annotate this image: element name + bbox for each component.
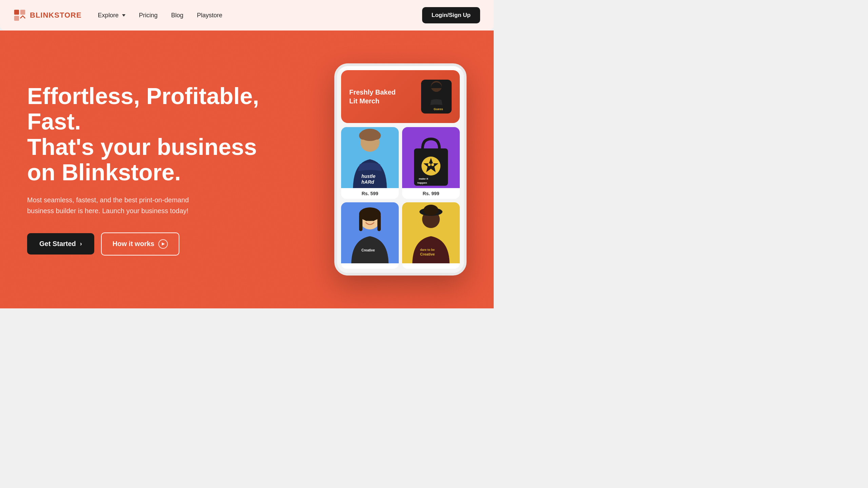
svg-point-16 — [428, 163, 431, 166]
svg-text:Creative: Creative — [420, 252, 435, 256]
man-hoodie-svg: hustle hARd — [343, 127, 397, 188]
banner-product-image: Guess — [421, 80, 452, 114]
logo[interactable]: BLINKSTORE — [14, 9, 82, 21]
logo-text: BLINKSTORE — [30, 11, 82, 20]
product-card-3: Creative — [341, 202, 399, 269]
play-icon: ▶ — [158, 239, 168, 249]
svg-text:make it: make it — [419, 177, 428, 180]
explore-chevron-icon — [122, 14, 125, 17]
svg-point-29 — [423, 205, 438, 216]
navbar-left: BLINKSTORE Explore Pricing Blog Playstor… — [14, 9, 222, 21]
product-price-4 — [402, 263, 460, 269]
nav-links: Explore Pricing Blog Playstore — [98, 12, 222, 19]
navbar: BLINKSTORE Explore Pricing Blog Playstor… — [0, 0, 494, 30]
product-card-1: hustle hARd Rs. 599 — [341, 127, 399, 199]
svg-text:dare to be: dare to be — [420, 248, 435, 251]
phone-inner: Freshly Baked Lit Merch Guess — [337, 70, 464, 273]
product-image-4: dare to be Creative — [402, 202, 460, 263]
get-started-button[interactable]: Get Started › — [27, 233, 94, 255]
phone-banner: Freshly Baked Lit Merch Guess — [341, 70, 460, 123]
svg-point-10 — [370, 129, 377, 136]
svg-point-17 — [431, 163, 434, 166]
svg-text:Guess: Guess — [434, 107, 443, 111]
svg-rect-23 — [377, 214, 381, 231]
product-image-1: hustle hARd — [341, 127, 399, 188]
svg-point-9 — [363, 129, 370, 136]
svg-text:happen: happen — [417, 181, 427, 184]
product-price-1: Rs. 599 — [341, 188, 399, 199]
banner-text: Freshly Baked Lit Merch — [349, 88, 396, 105]
svg-rect-1 — [20, 10, 25, 15]
banner-text-line1: Freshly Baked — [349, 88, 396, 97]
product-image-3: Creative — [341, 202, 399, 263]
svg-point-25 — [372, 218, 375, 221]
product-price-2: Rs. 999 — [402, 188, 460, 199]
hero-title: Effortless, Profitable, Fast. That's you… — [27, 83, 264, 185]
man-hat-svg: dare to be Creative — [404, 202, 458, 263]
nav-pricing[interactable]: Pricing — [139, 12, 158, 19]
svg-rect-2 — [14, 16, 19, 21]
hero-buttons: Get Started › How it works ▶ — [27, 232, 264, 256]
tote-bag-svg: make it happen — [404, 127, 458, 188]
woman-tshirt-svg: Creative — [343, 202, 397, 263]
hero-content: Effortless, Profitable, Fast. That's you… — [27, 83, 264, 255]
nav-playstore[interactable]: Playstore — [197, 12, 222, 19]
phone-product-grid: hustle hARd Rs. 599 — [337, 127, 464, 273]
product-card-2: make it happen Rs. 999 — [402, 127, 460, 199]
phone-mockup: Freshly Baked Lit Merch Guess — [334, 63, 467, 276]
svg-text:hARd: hARd — [361, 179, 374, 185]
logo-icon — [14, 9, 26, 21]
svg-rect-22 — [359, 214, 362, 231]
svg-text:hustle: hustle — [361, 174, 375, 179]
product-price-3 — [341, 263, 399, 269]
svg-rect-0 — [14, 10, 19, 15]
nav-blog[interactable]: Blog — [171, 12, 183, 19]
how-it-works-button[interactable]: How it works ▶ — [101, 232, 179, 256]
banner-text-line2: Lit Merch — [349, 97, 396, 105]
svg-point-24 — [365, 218, 368, 221]
login-signup-button[interactable]: Login/Sign Up — [422, 7, 480, 23]
hero-subtitle: Most seamless, fastest, and the best pri… — [27, 195, 197, 216]
product-card-4: dare to be Creative — [402, 202, 460, 269]
product-image-2: make it happen — [402, 127, 460, 188]
svg-text:Creative: Creative — [361, 248, 375, 252]
hoodie-person-svg: Guess — [423, 80, 450, 114]
hero-section: Effortless, Profitable, Fast. That's you… — [0, 30, 494, 308]
nav-explore[interactable]: Explore — [98, 12, 125, 19]
arrow-icon: › — [80, 240, 82, 247]
